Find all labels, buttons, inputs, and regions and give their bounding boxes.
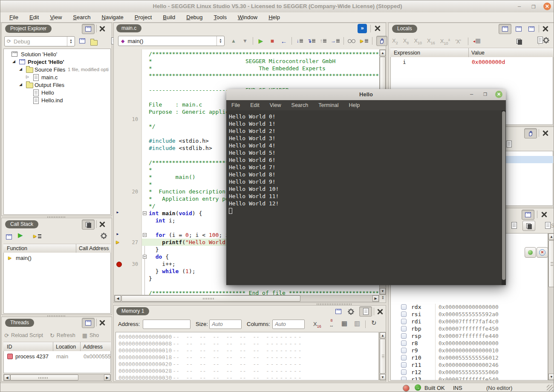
tree-item-output-files[interactable]: ◢Output Files	[4, 81, 111, 89]
register-row-r8[interactable]: r80x0000000000000000	[391, 340, 548, 347]
tree-item-hello[interactable]: Hello	[4, 89, 111, 97]
column-divider[interactable]	[76, 244, 76, 253]
pointer-mode-icon[interactable]	[376, 36, 387, 46]
combo-stepper[interactable]: ▲▼	[67, 37, 75, 46]
memory-row[interactable]: 0000000000000030-- -- -- -- -- -- -- ---…	[116, 375, 378, 380]
code-line[interactable]: * SEGGER Microcontroller GmbH	[149, 58, 335, 65]
memory-row[interactable]: 0000000000000020-- -- -- -- -- -- -- ---…	[116, 361, 378, 368]
breakpoint-icon[interactable]	[116, 262, 122, 267]
minimize-button[interactable]: –	[518, 0, 521, 12]
code-line[interactable]: */	[149, 123, 156, 130]
code-line[interactable]: } while (1);	[149, 268, 196, 275]
statement-marker-icon[interactable]: ►	[116, 210, 119, 214]
register-row-rdi[interactable]: rdi0x00007ffff7faf4c0	[391, 318, 548, 326]
folder-icon[interactable]	[90, 40, 98, 46]
code-line[interactable]: File : main.c	[149, 101, 202, 108]
register-row-rbp[interactable]: rbp0x00007fffffffe450	[391, 326, 548, 333]
code-line[interactable]: }	[149, 246, 159, 253]
menu-item-tools[interactable]: Tools	[208, 13, 232, 21]
column-divider[interactable]	[80, 342, 81, 352]
close-editor-button[interactable]	[375, 25, 381, 32]
column-divider[interactable]	[468, 48, 469, 58]
menu-item-view[interactable]: View	[44, 13, 67, 21]
menu-item-search[interactable]: Search	[286, 101, 314, 110]
register-row-rdx[interactable]: rdx0x0000000000000000	[391, 304, 548, 311]
fold-toggle-icon[interactable]	[143, 233, 147, 237]
navigate-down-icon[interactable]: ▼	[241, 38, 249, 44]
tree-expander-icon[interactable]: ◢	[19, 67, 22, 71]
register-checkbox[interactable]	[401, 369, 407, 375]
close-panel-button[interactable]	[99, 26, 105, 33]
memory-row[interactable]: 0000000000000018-- -- -- -- -- -- -- ---…	[116, 354, 378, 361]
tree-expander-icon[interactable]: ▷	[26, 75, 29, 79]
register-row-rsp[interactable]: rsp0x00007fffffffe440	[391, 333, 548, 340]
threads-button[interactable]	[82, 318, 95, 328]
current-statement-icon[interactable]: ►	[115, 239, 120, 245]
run-to-cursor-icon[interactable]: →	[331, 38, 340, 44]
frames-button[interactable]	[82, 219, 95, 230]
code-line[interactable]: /***************************************…	[149, 50, 379, 58]
terminal-title-bar[interactable]: Hello – ❐ ✕	[226, 89, 506, 100]
tree-item-project-hello-[interactable]: ◢Project 'Hello'	[4, 58, 111, 66]
terminal-scrollbar[interactable]	[502, 110, 506, 285]
menu-item-navigate[interactable]: Navigate	[96, 13, 129, 21]
format-x10-button[interactable]: X10	[414, 37, 422, 45]
format-char-button[interactable]: 'X'	[455, 38, 461, 45]
register-checkbox[interactable]	[401, 340, 407, 346]
close-panel-button[interactable]	[542, 130, 548, 137]
reload-button[interactable]: ⟳Reload Script	[4, 332, 43, 339]
format-x8-button[interactable]: X8	[403, 37, 409, 45]
grid-icon[interactable]: ▦	[341, 320, 347, 327]
close-panel-button[interactable]	[99, 221, 105, 228]
refresh-icon[interactable]: ↻	[371, 319, 377, 327]
stop-icon[interactable]: ■	[268, 37, 276, 44]
register-checkbox[interactable]	[401, 326, 407, 331]
code-line[interactable]: do {	[149, 253, 169, 260]
resize-grip[interactable]	[547, 385, 553, 391]
new-window-button[interactable]	[82, 24, 95, 34]
column-expression[interactable]: Expression	[394, 50, 420, 56]
register-checkbox[interactable]	[401, 319, 407, 324]
memory1-button[interactable]	[359, 306, 372, 317]
menu-item-edit[interactable]: Edit	[24, 13, 44, 21]
register-checkbox[interactable]	[401, 304, 407, 310]
tree-item-source-files[interactable]: ◢Source Files1 file, modified opti	[4, 66, 111, 74]
menu-item-window[interactable]: Window	[232, 13, 263, 21]
step-back-icon[interactable]: ←	[280, 37, 288, 45]
show-frame-icon[interactable]	[6, 234, 12, 239]
code-line[interactable]: ****************************************…	[149, 72, 379, 79]
menu-item-file[interactable]: File	[226, 101, 245, 110]
width8-icon[interactable]: 8↔	[328, 318, 335, 328]
memory-dump[interactable]: 0000000000000000-- -- -- -- -- -- -- ---…	[115, 332, 379, 380]
report-icon[interactable]	[537, 37, 543, 43]
column-divider[interactable]	[53, 342, 53, 352]
splitter-handle[interactable]	[47, 315, 66, 317]
format-x2-button[interactable]: X2	[392, 37, 398, 45]
combo-stepper[interactable]: ▲▼	[216, 36, 224, 46]
close-button[interactable]: ✕	[543, 3, 551, 10]
code-line[interactable]: *	[149, 181, 152, 188]
column-call-address[interactable]: Call Address	[79, 245, 109, 251]
watch-icon[interactable]	[348, 39, 355, 43]
menu-item-debug[interactable]: Debug	[181, 13, 208, 21]
copy-button[interactable]	[522, 221, 535, 231]
register-checkbox[interactable]	[401, 355, 407, 360]
menu-item-view[interactable]: View	[265, 101, 286, 110]
register-row-r10[interactable]: r100x0000555555556012	[391, 355, 548, 362]
memory-row[interactable]: 0000000000000008-- -- -- -- -- -- -- ---…	[116, 340, 378, 347]
code-line[interactable]: #include <stdlib.h>	[149, 144, 212, 152]
load-icon[interactable]	[335, 309, 341, 314]
menu-item-terminal[interactable]: Terminal	[313, 101, 343, 110]
column-id[interactable]: ID	[7, 344, 12, 350]
add-watch-icon[interactable]: ◂▦	[473, 37, 481, 44]
set-next-statement-icon[interactable]: ►	[32, 233, 41, 239]
memory-panel-button[interactable]	[522, 210, 534, 220]
editor-tab[interactable]: main.c	[116, 24, 141, 32]
code-line[interactable]: * main()	[149, 173, 196, 181]
new-window-icon[interactable]	[79, 38, 85, 43]
configuration-combo[interactable]: ⟳ Debug ▲▼	[4, 36, 75, 46]
watch-button[interactable]	[512, 24, 525, 34]
navigate-up-icon[interactable]: ▲	[230, 38, 237, 44]
menu-item-project[interactable]: Project	[129, 13, 157, 21]
terminal-restore-button[interactable]: ❐	[483, 89, 487, 100]
